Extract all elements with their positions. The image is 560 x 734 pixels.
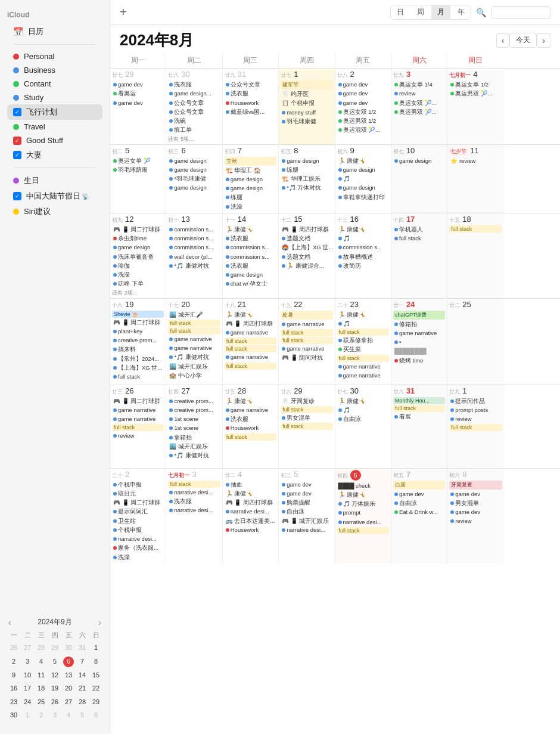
event[interactable]: review bbox=[449, 415, 502, 423]
event[interactable]: game design bbox=[225, 271, 276, 279]
event[interactable]: 🏙️ 城开汇娱乐 bbox=[168, 442, 220, 451]
event[interactable]: 羽毛球荫闹 bbox=[112, 166, 164, 174]
sidebar-item-contant[interactable]: Contant bbox=[7, 77, 102, 91]
event[interactable]: 联系修拿拍 bbox=[337, 336, 389, 345]
event[interactable]: 拿鞋拿快递打印 bbox=[337, 193, 389, 202]
event[interactable]: game dev bbox=[449, 508, 502, 516]
sidebar-item-daqie[interactable]: ✓ 大妻 bbox=[7, 147, 102, 163]
day-cell-aug9[interactable]: 初六9 🏃 康健🤸 game design 🎵 game design 拿鞋拿快… bbox=[335, 145, 391, 213]
event-fullstack[interactable]: full stack bbox=[168, 481, 220, 488]
event[interactable]: 🎮 📱 周二打球群 bbox=[112, 498, 164, 507]
event[interactable]: 修箱拍 bbox=[393, 320, 445, 329]
event[interactable]: 洗衣服 bbox=[168, 80, 220, 89]
event[interactable]: 选题文档 bbox=[281, 234, 332, 243]
day-cell-aug14[interactable]: 十一14 🏃 康健🤸 洗衣服 commission s... commissio… bbox=[223, 213, 279, 298]
event[interactable]: 【常州】2024... bbox=[112, 355, 164, 363]
event[interactable]: 🎮 📱 阴间对抗 bbox=[281, 354, 332, 362]
day-cell-aug3[interactable]: 廿九3 奥运女单 1/4 review 奥运女双 🎾... 奥运男双 🎾... bbox=[391, 69, 447, 144]
mini-day[interactable]: 2 bbox=[7, 655, 20, 668]
event[interactable]: 🏃 康健🤸 bbox=[225, 397, 276, 405]
event-jiangjun[interactable]: 建军节 bbox=[281, 80, 332, 89]
sidebar-item-siri[interactable]: Siri建议 bbox=[7, 204, 102, 219]
event-monthly[interactable]: Monthly Hou... bbox=[393, 397, 445, 404]
event[interactable]: game dev bbox=[281, 490, 332, 498]
event[interactable]: 男女混单 bbox=[281, 414, 332, 422]
event-fullstack[interactable]: full stack bbox=[225, 363, 276, 370]
event[interactable]: review bbox=[112, 432, 164, 440]
event[interactable]: 🏃 康健混合... bbox=[281, 262, 332, 270]
event[interactable]: game design bbox=[112, 243, 164, 252]
sidebar-item-study[interactable]: Study bbox=[7, 91, 102, 104]
day-cell-sep1[interactable]: 廿九1 提示问作品 prompt posts review full stack bbox=[447, 385, 503, 468]
event[interactable]: game dev bbox=[281, 481, 332, 489]
more-events-link[interactable]: 还有 5项... bbox=[168, 135, 220, 143]
event[interactable]: ████████ bbox=[393, 347, 445, 355]
event-fullstack[interactable]: full stack bbox=[225, 433, 276, 441]
event[interactable]: 公众号文章 bbox=[168, 108, 220, 116]
mini-day[interactable]: 11 bbox=[35, 669, 48, 682]
mini-day[interactable]: 10 bbox=[21, 669, 34, 682]
event-fullstack[interactable]: full stack bbox=[449, 424, 502, 431]
event[interactable]: 1st scene bbox=[168, 424, 220, 432]
event-fullstack[interactable]: full stack bbox=[225, 345, 276, 352]
mini-day[interactable]: 25 bbox=[35, 696, 48, 709]
event[interactable]: prompt posts bbox=[449, 406, 502, 414]
event[interactable]: prompt bbox=[337, 509, 389, 517]
event[interactable]: game narrative bbox=[168, 344, 220, 352]
event[interactable]: game design bbox=[337, 166, 389, 174]
event[interactable]: Eat & Drink w... bbox=[393, 508, 445, 516]
day-cell-aug25[interactable]: 廿二25 bbox=[447, 299, 503, 385]
event[interactable]: money stuff bbox=[281, 109, 332, 117]
day-cell-sep8[interactable]: 初六8 牙周复查 game dev 男女混单 game dev review bbox=[447, 469, 503, 563]
event[interactable]: 杀虫剂time bbox=[112, 234, 164, 243]
day-cell-aug31[interactable]: 廿八31 Monthly Hou... full stack 看展 bbox=[391, 385, 447, 468]
event[interactable]: 洗床单被套查 bbox=[112, 253, 164, 261]
mini-day[interactable]: 24 bbox=[21, 696, 34, 709]
day-cell-aug4[interactable]: 七月初一4 奥运女单 1/2 奥运男双 🎾... bbox=[447, 69, 503, 144]
event-fullstack[interactable]: full stack bbox=[281, 423, 332, 430]
mini-day[interactable]: 1 bbox=[89, 642, 102, 655]
event[interactable]: 🏟️【上海】XG 世... bbox=[281, 243, 332, 252]
event[interactable]: commission s... bbox=[168, 225, 220, 234]
event[interactable]: 男女混单 bbox=[449, 499, 502, 507]
event[interactable]: 自由泳 bbox=[393, 499, 445, 507]
day-cell-aug30[interactable]: 廿七30 🏃 康健🤸 🎵 自由泳 bbox=[335, 385, 391, 468]
event[interactable]: 🏙️ 城开汇娱乐 bbox=[168, 363, 220, 371]
view-week-btn[interactable]: 周 bbox=[411, 5, 430, 19]
event-fullstack[interactable]: full stack bbox=[281, 329, 332, 336]
sidebar-item-business[interactable]: Business bbox=[7, 63, 102, 77]
event[interactable]: game narrative bbox=[225, 329, 276, 337]
event[interactable]: full stack bbox=[112, 373, 164, 381]
mini-day[interactable]: 28 bbox=[76, 696, 89, 709]
event[interactable]: game design bbox=[168, 166, 220, 174]
day-cell-aug13[interactable]: 初十13 commission s... commission s... com… bbox=[166, 213, 222, 298]
event[interactable]: 🎵 万体娱乐 bbox=[337, 500, 389, 508]
day-cell-sep6[interactable]: 初四6 ████ check 🏃 康健🤸 🎵 万体娱乐 prompt narra… bbox=[335, 469, 391, 563]
event[interactable]: game design bbox=[281, 157, 332, 165]
event[interactable]: 提示词词汇 bbox=[112, 507, 164, 516]
event[interactable]: 奥运女单 1/2 bbox=[449, 80, 502, 89]
event[interactable]: narrative desi... bbox=[112, 535, 164, 543]
mini-day[interactable]: 14 bbox=[76, 669, 89, 682]
day-cell-aug24[interactable]: 廿一24 chatGPT绿费 修箱拍 game narrative • ████… bbox=[391, 299, 447, 385]
mini-day[interactable]: 26 bbox=[7, 642, 20, 655]
event[interactable]: creative prom... bbox=[112, 336, 164, 345]
event[interactable]: 奥运混双 🎾... bbox=[337, 126, 389, 134]
day-cell-aug23[interactable]: 二十23 🏃 康健🤸 🎵 full stack 联系修拿拍 买生菜 full s… bbox=[335, 299, 391, 385]
event[interactable]: narrative desi... bbox=[337, 518, 389, 527]
event[interactable]: 看展 bbox=[393, 413, 445, 421]
event[interactable]: chat w/ 孕女士 bbox=[225, 280, 276, 288]
event[interactable]: game narrative bbox=[112, 406, 164, 414]
event[interactable]: 🏃 康健🤸 bbox=[337, 397, 389, 405]
day-cell-aug16[interactable]: 十三16 🏃 康健🤸 🎵 commission s... 故事槽概述 改简历 bbox=[335, 213, 391, 298]
event[interactable]: 🏃 康健🤸 bbox=[225, 225, 276, 234]
mini-day[interactable]: 9 bbox=[7, 669, 20, 682]
mini-day[interactable]: 21 bbox=[76, 682, 89, 695]
mini-day[interactable]: 28 bbox=[35, 642, 48, 655]
event[interactable]: 公众号文章 bbox=[168, 99, 220, 107]
mini-day[interactable]: 27 bbox=[21, 642, 34, 655]
day-cell-aug5[interactable]: 初二5 奥运女单 🎾 羽毛球荫闹 bbox=[110, 145, 166, 213]
sidebar-item-plan[interactable]: ✓ 飞行计划 bbox=[7, 104, 102, 120]
event[interactable]: 奥运男双 1/2 bbox=[337, 117, 389, 125]
event-fullstack[interactable]: full stack bbox=[393, 405, 445, 412]
